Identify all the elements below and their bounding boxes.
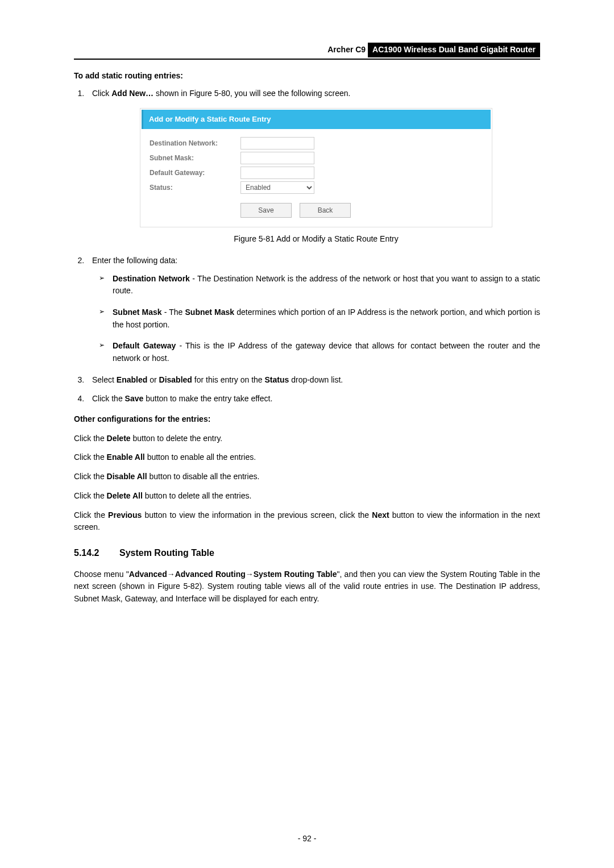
other-para-delete: Click the Delete button to delete the en… (74, 433, 540, 445)
op1-b1: Delete (107, 434, 131, 443)
step2-intro: Enter the following data: (92, 256, 177, 265)
op2-t2: button to enable all the entries. (145, 452, 256, 462)
step2-i1-b1: Destination Network (113, 274, 190, 283)
step-3: Select Enabled or Disabled for this entr… (86, 374, 540, 387)
hp-t1: Choose menu " (74, 570, 129, 579)
figure-titlebar: Add or Modify a Static Route Entry (142, 110, 491, 129)
model-label: Archer C9 (327, 45, 366, 54)
hp-b1: Advanced (129, 570, 167, 579)
destination-network-input[interactable] (240, 137, 314, 149)
hp-a2: → (246, 570, 254, 579)
step-1: Click Add New… shown in Figure 5-80, you… (86, 88, 540, 246)
step1-bold: Add New… (111, 89, 154, 98)
label-subnet-mask: Subnet Mask: (150, 153, 240, 164)
s4-t1: Click the (92, 394, 125, 403)
subnet-mask-input[interactable] (240, 152, 314, 164)
op3-t1: Click the (74, 472, 107, 481)
row-destination-network: Destination Network: (150, 137, 483, 149)
product-label: AC1900 Wireless Dual Band Gigabit Router (368, 43, 540, 57)
page-number: - 92 - (0, 833, 614, 845)
op3-b1: Disable All (107, 472, 147, 481)
heading-para: Choose menu "Advanced→Advanced Routing→S… (74, 568, 540, 605)
other-para-disable-all: Click the Disable All button to disable … (74, 471, 540, 483)
step2-i3-b1: Default Gateway (113, 341, 176, 350)
hp-a1: → (167, 570, 175, 579)
s3-b3: Status (265, 375, 289, 384)
s4-b1: Save (125, 394, 144, 403)
back-button[interactable]: Back (300, 203, 351, 218)
pn-t2: button to view the information in the pr… (142, 510, 372, 520)
other-para-enable-all: Click the Enable All button to enable al… (74, 451, 540, 464)
step-4: Click the Save button to make the entry … (86, 393, 540, 405)
s3-t4: drop-down list. (289, 375, 343, 384)
other-config-title: Other configurations for the entries: (74, 413, 540, 426)
prev-next-para: Click the Previous button to view the in… (74, 509, 540, 534)
heading-5-14-2: 5.14.2System Routing Table (74, 546, 540, 560)
figure-buttons: Save Back (150, 203, 483, 218)
op4-t2: button to delete all the entries. (143, 491, 251, 500)
hp-b2: Advanced Routing (175, 570, 246, 579)
step2-i2-b2: Subnet Mask (185, 308, 235, 317)
row-default-gateway: Default Gateway: (150, 167, 483, 179)
step-2: Enter the following data: Destination Ne… (86, 255, 540, 365)
s3-b1: Enabled (117, 375, 147, 384)
step2-item-subnet-mask: Subnet Mask - The Subnet Mask determines… (99, 306, 540, 331)
op4-t1: Click the (74, 491, 107, 500)
s3-b2: Disabled (159, 375, 192, 384)
step1-text-post: shown in Figure 5-80, you will see the f… (154, 89, 350, 98)
op2-t1: Click the (74, 452, 107, 462)
figure-box: Add or Modify a Static Route Entry Desti… (140, 108, 492, 227)
s3-t3: for this entry on the (192, 375, 265, 384)
figure-body: Destination Network: Subnet Mask: Defaul… (142, 129, 491, 226)
step2-sublist: Destination Network - The Destination Ne… (99, 273, 540, 365)
label-default-gateway: Default Gateway: (150, 168, 240, 178)
pn-b2: Next (372, 510, 389, 520)
row-status: Status: Enabled (150, 181, 483, 194)
step2-item-default-gateway: Default Gateway - This is the IP Address… (99, 340, 540, 364)
op4-b1: Delete All (107, 491, 143, 500)
s3-t2: or (147, 375, 159, 384)
heading-number: 5.14.2 (74, 546, 119, 560)
other-para-delete-all: Click the Delete All button to delete al… (74, 490, 540, 502)
label-destination-network: Destination Network: (150, 138, 240, 149)
default-gateway-input[interactable] (240, 167, 314, 179)
figure-5-81: Add or Modify a Static Route Entry Desti… (92, 108, 540, 227)
op1-t2: button to delete the entry. (131, 434, 223, 443)
heading-title: System Routing Table (119, 548, 214, 558)
hp-b3: System Routing Table (254, 570, 337, 579)
step2-i3-t1: - This is the IP Address of the gateway … (113, 341, 540, 363)
steps-list: Click Add New… shown in Figure 5-80, you… (74, 88, 540, 405)
step2-item-destination-network: Destination Network - The Destination Ne… (99, 273, 540, 297)
save-button[interactable]: Save (240, 203, 292, 218)
op2-b1: Enable All (107, 452, 145, 462)
step2-i2-t1: - The (162, 308, 185, 317)
step2-i2-b1: Subnet Mask (113, 308, 162, 317)
s4-t2: button to make the entry take effect. (143, 394, 272, 403)
step1-text-pre: Click (92, 89, 111, 98)
s3-t1: Select (92, 375, 117, 384)
op1-t1: Click the (74, 434, 107, 443)
pn-t1: Click the (74, 510, 108, 520)
status-select[interactable]: Enabled (240, 181, 314, 194)
figure-caption: Figure 5-81 Add or Modify a Static Route… (92, 233, 540, 246)
section-add-static-title: To add static routing entries: (74, 70, 540, 82)
pn-b1: Previous (108, 510, 142, 520)
row-subnet-mask: Subnet Mask: (150, 152, 483, 164)
label-status: Status: (150, 182, 240, 193)
page-header: Archer C9 AC1900 Wireless Dual Band Giga… (74, 43, 540, 60)
op3-t2: button to disable all the entries. (147, 472, 260, 481)
